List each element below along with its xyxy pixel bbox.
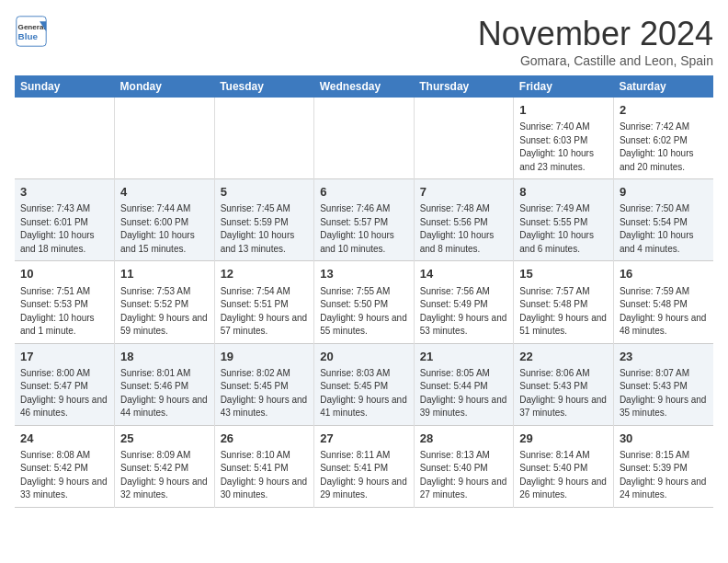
weekday-header-row: SundayMondayTuesdayWednesdayThursdayFrid… [15,75,713,98]
week-row-5: 24Sunrise: 8:08 AM Sunset: 5:42 PM Dayli… [15,425,713,507]
day-cell: 28Sunrise: 8:13 AM Sunset: 5:40 PM Dayli… [414,425,514,507]
day-number: 29 [519,431,608,447]
month-title: November 2024 [478,15,713,53]
day-info: Sunrise: 8:05 AM Sunset: 5:44 PM Dayligh… [420,367,508,420]
day-info: Sunrise: 7:40 AM Sunset: 6:03 PM Dayligh… [519,121,608,174]
day-number: 5 [221,184,309,201]
logo: General Blue [15,15,48,48]
day-number: 12 [221,266,309,282]
day-cell: 2Sunrise: 7:42 AM Sunset: 6:02 PM Daylig… [613,98,713,179]
day-info: Sunrise: 7:45 AM Sunset: 5:59 PM Dayligh… [221,202,309,256]
day-info: Sunrise: 7:51 AM Sunset: 5:53 PM Dayligh… [20,285,108,339]
day-info: Sunrise: 8:01 AM Sunset: 5:46 PM Dayligh… [120,367,209,420]
day-info: Sunrise: 7:54 AM Sunset: 5:51 PM Dayligh… [221,285,309,339]
day-cell [214,98,314,179]
day-info: Sunrise: 8:08 AM Sunset: 5:42 PM Dayligh… [20,449,108,502]
weekday-header-tuesday: Tuesday [214,75,314,98]
day-number: 17 [20,349,108,365]
day-cell: 26Sunrise: 8:10 AM Sunset: 5:41 PM Dayli… [214,425,314,507]
day-cell: 13Sunrise: 7:55 AM Sunset: 5:50 PM Dayli… [314,261,415,343]
day-number: 10 [20,266,108,282]
day-cell [414,98,514,179]
day-cell: 30Sunrise: 8:15 AM Sunset: 5:39 PM Dayli… [613,425,713,507]
day-number: 26 [221,431,309,447]
weekday-header-thursday: Thursday [414,75,514,98]
day-info: Sunrise: 7:53 AM Sunset: 5:52 PM Dayligh… [120,285,209,339]
day-number: 20 [320,349,408,365]
logo-icon: General Blue [15,15,48,48]
day-info: Sunrise: 8:03 AM Sunset: 5:45 PM Dayligh… [320,367,408,420]
day-number: 27 [320,431,408,447]
day-number: 2 [620,102,708,119]
day-number: 14 [420,266,508,282]
day-info: Sunrise: 8:15 AM Sunset: 5:39 PM Dayligh… [620,449,708,502]
day-info: Sunrise: 7:56 AM Sunset: 5:49 PM Dayligh… [420,285,508,339]
day-info: Sunrise: 8:06 AM Sunset: 5:43 PM Dayligh… [519,367,608,420]
svg-text:Blue: Blue [18,31,39,41]
day-cell [314,98,415,179]
weekday-header-sunday: Sunday [15,75,115,98]
calendar-table: SundayMondayTuesdayWednesdayThursdayFrid… [15,75,713,508]
day-number: 4 [120,184,209,201]
day-cell: 17Sunrise: 8:00 AM Sunset: 5:47 PM Dayli… [15,343,115,425]
day-cell: 18Sunrise: 8:01 AM Sunset: 5:46 PM Dayli… [115,343,215,425]
calendar-body: 1Sunrise: 7:40 AM Sunset: 6:03 PM Daylig… [15,98,713,507]
day-cell: 25Sunrise: 8:09 AM Sunset: 5:42 PM Dayli… [115,425,215,507]
day-cell: 15Sunrise: 7:57 AM Sunset: 5:48 PM Dayli… [514,261,614,343]
day-cell: 24Sunrise: 8:08 AM Sunset: 5:42 PM Dayli… [15,425,115,507]
day-cell: 27Sunrise: 8:11 AM Sunset: 5:41 PM Dayli… [314,425,415,507]
day-info: Sunrise: 7:57 AM Sunset: 5:48 PM Dayligh… [519,285,608,339]
title-block: November 2024 Gomara, Castille and Leon,… [478,15,713,68]
day-cell: 23Sunrise: 8:07 AM Sunset: 5:43 PM Dayli… [613,343,713,425]
page-header: General Blue November 2024 Gomara, Casti… [15,15,713,68]
day-number: 19 [221,349,309,365]
day-info: Sunrise: 8:02 AM Sunset: 5:45 PM Dayligh… [221,367,309,420]
day-number: 7 [420,184,508,201]
day-cell: 20Sunrise: 8:03 AM Sunset: 5:45 PM Dayli… [314,343,415,425]
day-number: 9 [620,184,708,201]
day-cell: 16Sunrise: 7:59 AM Sunset: 5:48 PM Dayli… [613,261,713,343]
day-number: 30 [620,431,708,447]
day-info: Sunrise: 7:59 AM Sunset: 5:48 PM Dayligh… [620,285,708,339]
day-cell: 7Sunrise: 7:48 AM Sunset: 5:56 PM Daylig… [414,179,514,261]
day-info: Sunrise: 7:46 AM Sunset: 5:57 PM Dayligh… [320,202,408,256]
day-info: Sunrise: 7:49 AM Sunset: 5:55 PM Dayligh… [519,202,608,256]
day-info: Sunrise: 8:00 AM Sunset: 5:47 PM Dayligh… [20,367,108,420]
day-info: Sunrise: 7:42 AM Sunset: 6:02 PM Dayligh… [620,121,708,174]
day-number: 3 [20,184,108,201]
day-info: Sunrise: 8:09 AM Sunset: 5:42 PM Dayligh… [120,449,209,502]
day-cell [15,98,115,179]
day-cell: 22Sunrise: 8:06 AM Sunset: 5:43 PM Dayli… [514,343,614,425]
day-number: 11 [120,266,209,282]
day-info: Sunrise: 7:44 AM Sunset: 6:00 PM Dayligh… [120,202,209,256]
day-info: Sunrise: 8:07 AM Sunset: 5:43 PM Dayligh… [620,367,708,420]
day-info: Sunrise: 7:43 AM Sunset: 6:01 PM Dayligh… [20,202,108,256]
day-cell: 10Sunrise: 7:51 AM Sunset: 5:53 PM Dayli… [15,261,115,343]
day-number: 28 [420,431,508,447]
day-number: 22 [519,349,608,365]
day-cell: 5Sunrise: 7:45 AM Sunset: 5:59 PM Daylig… [214,179,314,261]
week-row-2: 3Sunrise: 7:43 AM Sunset: 6:01 PM Daylig… [15,179,713,261]
weekday-header-wednesday: Wednesday [314,75,415,98]
week-row-1: 1Sunrise: 7:40 AM Sunset: 6:03 PM Daylig… [15,98,713,179]
day-number: 1 [519,102,608,119]
day-number: 8 [519,184,608,201]
day-cell: 3Sunrise: 7:43 AM Sunset: 6:01 PM Daylig… [15,179,115,261]
day-info: Sunrise: 8:11 AM Sunset: 5:41 PM Dayligh… [320,449,408,502]
day-cell: 21Sunrise: 8:05 AM Sunset: 5:44 PM Dayli… [414,343,514,425]
day-info: Sunrise: 8:14 AM Sunset: 5:40 PM Dayligh… [519,449,608,502]
day-cell: 12Sunrise: 7:54 AM Sunset: 5:51 PM Dayli… [214,261,314,343]
day-info: Sunrise: 8:10 AM Sunset: 5:41 PM Dayligh… [221,449,309,502]
weekday-header-saturday: Saturday [613,75,713,98]
day-cell: 11Sunrise: 7:53 AM Sunset: 5:52 PM Dayli… [115,261,215,343]
day-info: Sunrise: 8:13 AM Sunset: 5:40 PM Dayligh… [420,449,508,502]
day-number: 16 [620,266,708,282]
day-info: Sunrise: 7:48 AM Sunset: 5:56 PM Dayligh… [420,202,508,256]
day-number: 13 [320,266,408,282]
week-row-3: 10Sunrise: 7:51 AM Sunset: 5:53 PM Dayli… [15,261,713,343]
day-cell [115,98,215,179]
day-info: Sunrise: 7:55 AM Sunset: 5:50 PM Dayligh… [320,285,408,339]
location-subtitle: Gomara, Castille and Leon, Spain [478,53,713,68]
day-number: 21 [420,349,508,365]
day-number: 6 [320,184,408,201]
